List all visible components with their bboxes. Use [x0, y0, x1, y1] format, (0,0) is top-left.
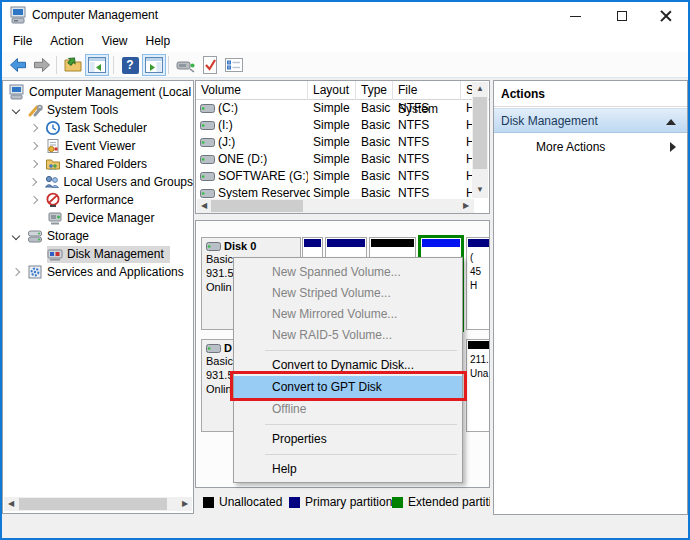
- chevron-right-icon[interactable]: [30, 160, 38, 168]
- disk-management-icon: [47, 246, 63, 262]
- menu-item-help[interactable]: Help: [234, 459, 462, 480]
- menu-view[interactable]: View: [93, 31, 137, 51]
- collapse-icon[interactable]: [666, 119, 676, 125]
- partition-text-line: Una: [470, 367, 489, 381]
- tree-horizontal-scrollbar[interactable]: ◀ ▶: [4, 497, 192, 511]
- scroll-right-icon[interactable]: ▶: [459, 199, 473, 213]
- partition-color-bar: [371, 239, 414, 247]
- title-bar[interactable]: Computer Management: [0, 0, 690, 30]
- menu-item-new-mirrored-volume[interactable]: New Mirrored Volume...: [234, 304, 462, 325]
- column-header-volume[interactable]: Volume: [196, 81, 308, 100]
- tree-item-system-tools[interactable]: System Tools: [3, 101, 193, 119]
- maximize-icon: [617, 11, 627, 21]
- services-icon: [27, 264, 43, 280]
- remote-computer-button[interactable]: [174, 54, 198, 76]
- volume-list-horizontal-scrollbar[interactable]: ◀ ▶: [197, 199, 474, 213]
- cell-file-system: NTFS: [398, 134, 458, 151]
- scrollbar-thumb[interactable]: [211, 200, 303, 212]
- cell-layout: Simple: [313, 168, 358, 185]
- chevron-right-icon[interactable]: [30, 196, 38, 204]
- minimize-icon: [570, 16, 581, 17]
- volume-row[interactable]: (C:) Simple Basic NTFS H: [196, 100, 474, 117]
- partition-text-line: H: [470, 279, 489, 293]
- menu-file[interactable]: File: [4, 31, 41, 51]
- help-button[interactable]: ?: [118, 54, 142, 76]
- scroll-right-icon[interactable]: ▶: [178, 497, 192, 511]
- menu-help[interactable]: Help: [137, 31, 180, 51]
- menu-item-new-striped-volume[interactable]: New Striped Volume...: [234, 283, 462, 304]
- tree-item-shared-folders[interactable]: Shared Folders: [3, 155, 193, 173]
- partition-text-line: (: [470, 251, 489, 265]
- legend-label: Extended partiti: [408, 495, 490, 509]
- tree-item-performance[interactable]: Performance: [3, 191, 193, 209]
- help-icon: ?: [122, 57, 139, 74]
- back-icon: [8, 55, 28, 75]
- check-document-button[interactable]: [198, 54, 222, 76]
- back-button[interactable]: [6, 54, 30, 76]
- volume-row[interactable]: SOFTWARE (G:) Simple Basic NTFS H: [196, 168, 474, 185]
- export-list-button[interactable]: [61, 54, 85, 76]
- users-icon: [44, 174, 60, 190]
- tree-item-device-manager[interactable]: Device Manager: [3, 209, 193, 227]
- close-icon: [660, 10, 672, 22]
- menu-action[interactable]: Action: [41, 31, 92, 51]
- column-header-type[interactable]: Type: [356, 81, 393, 100]
- show-action-pane-button[interactable]: [142, 54, 166, 76]
- tree-item-event-viewer[interactable]: Event Viewer: [3, 137, 193, 155]
- chevron-down-icon[interactable]: [12, 232, 20, 240]
- legend-label: Unallocated: [219, 495, 282, 509]
- scroll-down-icon[interactable]: ▼: [473, 183, 487, 197]
- cell-type: Basic: [361, 117, 396, 134]
- menu-item-new-spanned-volume[interactable]: New Spanned Volume...: [234, 262, 462, 283]
- show-console-tree-button[interactable]: [85, 54, 109, 76]
- volume-row[interactable]: (I:) Simple Basic NTFS H: [196, 117, 474, 134]
- chevron-right-icon[interactable]: [30, 124, 38, 132]
- chevron-right-icon[interactable]: [30, 142, 38, 150]
- cell-file-system: NTFS: [398, 117, 458, 134]
- tree-item-services-and-applications[interactable]: Services and Applications: [3, 263, 193, 281]
- close-button[interactable]: [643, 2, 688, 30]
- disk0-partition-5[interactable]: ( 45 H: [466, 237, 490, 330]
- disk1-unallocated-region[interactable]: 211. Una: [466, 339, 490, 432]
- actions-disk-management-section[interactable]: Disk Management: [494, 108, 687, 133]
- actions-panel-title: Actions: [494, 81, 687, 107]
- cell-volume: (J:): [218, 134, 308, 151]
- column-header-layout[interactable]: Layout: [308, 81, 356, 100]
- tree-item-label: Local Users and Groups: [64, 175, 193, 189]
- forward-icon: [32, 55, 52, 75]
- volume-row[interactable]: ONE (D:) Simple Basic NTFS H: [196, 151, 474, 168]
- more-actions-label: More Actions: [536, 140, 605, 154]
- chevron-right-icon[interactable]: [12, 268, 20, 276]
- volume-list-vertical-scrollbar[interactable]: ▲ ▼: [472, 82, 488, 198]
- scroll-left-icon[interactable]: ◀: [197, 199, 211, 213]
- tree-item-disk-management[interactable]: Disk Management: [3, 245, 193, 263]
- volume-row[interactable]: (J:) Simple Basic NTFS H: [196, 134, 474, 151]
- tree-item-storage[interactable]: Storage: [3, 227, 193, 245]
- scrollbar-thumb[interactable]: [19, 498, 167, 510]
- forward-button[interactable]: [30, 54, 54, 76]
- maximize-button[interactable]: [599, 2, 644, 30]
- selected-item-highlight: Disk Management: [47, 246, 170, 263]
- partition-text-line: 45: [470, 265, 489, 279]
- tree-item-task-scheduler[interactable]: Task Scheduler: [3, 119, 193, 137]
- minimize-button[interactable]: [553, 2, 598, 30]
- partition-legend: Unallocated Primary partition Extended p…: [195, 492, 490, 514]
- storage-icon: [27, 228, 43, 244]
- remote-computer-icon: [176, 56, 196, 74]
- disk0-name: Disk 0: [224, 240, 256, 252]
- legend-item: Unallocated: [203, 495, 282, 509]
- tree-item-computer-management[interactable]: Computer Management (Local: [3, 83, 193, 101]
- scrollbar-thumb[interactable]: [473, 97, 487, 169]
- chevron-right-icon[interactable]: [29, 178, 37, 186]
- tree-item-local-users-and-groups[interactable]: Local Users and Groups: [3, 173, 193, 191]
- column-header-file-system[interactable]: File System: [393, 81, 461, 100]
- scroll-left-icon[interactable]: ◀: [4, 497, 18, 511]
- more-actions-item[interactable]: More Actions: [494, 135, 687, 159]
- menu-item-offline[interactable]: Offline: [234, 399, 462, 420]
- menu-item-new-raid5-volume[interactable]: New RAID-5 Volume...: [234, 325, 462, 346]
- scroll-up-icon[interactable]: ▲: [473, 82, 487, 96]
- disk1-name: D: [224, 342, 232, 354]
- checklist-button[interactable]: [222, 54, 246, 76]
- menu-item-properties[interactable]: Properties: [234, 429, 462, 450]
- chevron-down-icon[interactable]: [12, 106, 20, 114]
